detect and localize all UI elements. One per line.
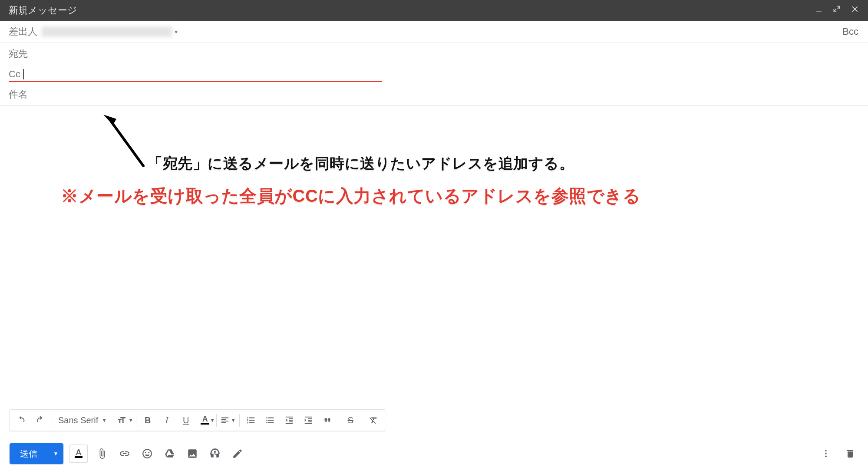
redo-button[interactable] — [31, 412, 50, 429]
bcc-toggle[interactable]: Bcc — [842, 26, 858, 37]
toolbar-divider — [362, 414, 362, 427]
remove-formatting-button[interactable] — [364, 412, 383, 429]
action-bar-left: 送信 ▼ A — [10, 443, 246, 464]
numbered-list-button[interactable] — [241, 412, 261, 429]
more-options-button[interactable] — [818, 445, 834, 462]
discard-draft-button[interactable] — [842, 445, 858, 462]
svg-point-2 — [825, 450, 827, 452]
formatting-options-button[interactable]: A — [69, 445, 88, 463]
chevron-down-icon: ▼ — [53, 451, 59, 457]
send-button-group: 送信 ▼ — [10, 443, 63, 464]
text-color-bar — [75, 456, 83, 458]
minimize-icon[interactable] — [815, 5, 823, 16]
font-family-select[interactable]: Sans Serif ▼ — [54, 415, 111, 425]
undo-button[interactable] — [12, 412, 31, 429]
bold-button[interactable]: B — [138, 412, 157, 429]
font-size-button[interactable]: ▼ — [115, 412, 134, 429]
text-color-button[interactable]: A ▼ — [195, 412, 215, 429]
align-button[interactable]: ▼ — [218, 412, 238, 429]
font-family-label: Sans Serif — [58, 415, 98, 425]
from-value-blurred[interactable] — [42, 26, 172, 37]
close-icon[interactable] — [851, 5, 859, 16]
indent-increase-button[interactable] — [299, 412, 318, 429]
to-label: 宛先 — [9, 47, 28, 60]
toolbar-divider — [339, 414, 339, 427]
subject-label: 件名 — [9, 88, 28, 101]
toolbar-divider — [216, 414, 217, 427]
toolbar-divider — [52, 414, 52, 427]
insert-photo-button[interactable] — [184, 445, 201, 462]
from-row: 差出人 ▾ Bcc — [0, 21, 868, 43]
cc-row[interactable]: Cc — [0, 65, 868, 80]
chevron-down-icon: ▼ — [102, 417, 107, 423]
toolbar-divider — [239, 414, 240, 427]
insert-drive-button[interactable] — [162, 445, 178, 462]
text-color-letter: A — [202, 416, 208, 422]
compose-title: 新規メッセージ — [9, 4, 77, 17]
chevron-down-icon: ▼ — [210, 417, 215, 423]
attach-file-button[interactable] — [94, 445, 110, 462]
italic-button[interactable]: I — [157, 412, 176, 429]
toolbar-divider — [136, 414, 136, 427]
insert-link-button[interactable] — [116, 445, 133, 462]
annotation-arrow-icon — [103, 115, 151, 171]
subject-row[interactable]: 件名 — [0, 84, 868, 106]
svg-rect-0 — [816, 12, 822, 13]
from-dropdown-icon[interactable]: ▾ — [175, 28, 178, 35]
svg-marker-1 — [103, 115, 116, 125]
confidential-mode-button[interactable] — [207, 445, 223, 462]
text-color-letter: A — [76, 449, 82, 455]
send-button[interactable]: 送信 — [10, 443, 48, 464]
cc-label: Cc — [9, 69, 20, 80]
window-controls — [815, 5, 859, 16]
annotation-text-1: 「宛先」に送るメールを同時に送りたいアドレスを追加する。 — [148, 154, 574, 174]
svg-point-3 — [825, 453, 827, 455]
cc-highlight-underline — [9, 81, 382, 82]
action-bar-right — [818, 445, 858, 462]
toolbar-divider — [113, 414, 113, 427]
quote-button[interactable] — [318, 412, 337, 429]
insert-emoji-button[interactable] — [139, 445, 155, 462]
compose-action-bar: 送信 ▼ A — [0, 436, 868, 471]
text-color-bar — [201, 423, 209, 425]
bulleted-list-button[interactable] — [261, 412, 280, 429]
underline-button[interactable]: U — [176, 412, 195, 429]
insert-signature-button[interactable] — [229, 445, 246, 462]
cc-text-cursor — [23, 69, 24, 79]
send-options-button[interactable]: ▼ — [48, 443, 63, 464]
compose-titlebar: 新規メッセージ — [0, 0, 868, 21]
to-row[interactable]: 宛先 — [0, 43, 868, 65]
chevron-down-icon: ▼ — [231, 417, 236, 423]
annotation-text-2: ※メールを受け取った全員がCCに入力されているアドレスを参照できる — [61, 184, 640, 208]
strikethrough-button[interactable]: S — [341, 412, 360, 429]
header-fields: 差出人 ▾ Bcc 宛先 Cc 件名 — [0, 21, 868, 106]
indent-decrease-button[interactable] — [280, 412, 299, 429]
from-label: 差出人 — [9, 25, 37, 38]
popout-icon[interactable] — [832, 5, 841, 16]
chevron-down-icon: ▼ — [128, 417, 133, 423]
svg-point-4 — [825, 456, 827, 458]
formatting-toolbar: Sans Serif ▼ ▼ B I U A ▼ ▼ S — [10, 409, 385, 431]
